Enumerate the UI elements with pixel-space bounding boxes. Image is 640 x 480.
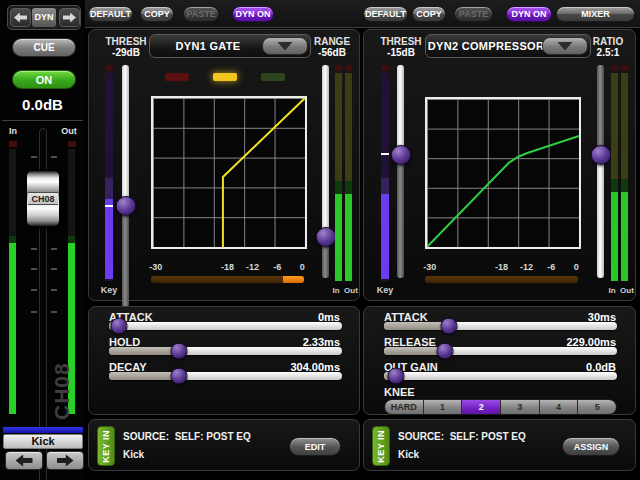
gate-keyin-panel: KEY IN SOURCE: SELF: POST EQ Kick EDIT <box>88 419 360 471</box>
comp-key-meter <box>381 73 389 281</box>
comp-params-panel: ATTACK 30ms RELEASE 229.00ms OUT GAIN 0.… <box>363 306 636 415</box>
comp-attack-slider-handle[interactable] <box>441 318 458 335</box>
dynamics-screen: DYN CUE ON 0.0dB In Out CH08 CH08 Kick D… <box>0 0 640 480</box>
knee-option-2[interactable]: 2 <box>462 400 501 414</box>
chevron-down-icon <box>557 42 573 51</box>
channel-id-watermark: CH08 <box>50 346 74 420</box>
fader-knob-label: CH08 <box>28 192 58 205</box>
comp-out-label: Out <box>617 286 637 295</box>
comp-keyin-assign-button[interactable]: ASSIGN <box>562 437 620 456</box>
gate-thresh-value: -29dB <box>96 47 156 58</box>
gate-keyin-edit-button[interactable]: EDIT <box>289 437 341 456</box>
left-arrow-icon <box>16 455 33 467</box>
comp-gr-scale: -30-18-12-60 <box>425 262 581 272</box>
gate-decay-slider[interactable] <box>109 372 342 380</box>
gate-thresh-fader-handle[interactable] <box>116 196 137 216</box>
comp-thresh-value: -15dB <box>371 47 431 58</box>
comp-thresh-fader-track-lower[interactable] <box>397 155 404 278</box>
comp-key-clip-led <box>381 65 389 71</box>
view-next-button[interactable] <box>59 8 80 27</box>
prev-channel-button[interactable] <box>5 451 43 470</box>
gate-hold-slider[interactable] <box>109 347 342 355</box>
gate-decay-slider-handle[interactable] <box>170 368 187 385</box>
gate-attack-slider-handle[interactable] <box>111 318 128 335</box>
comp-ratio-fader-track-upper[interactable] <box>597 65 604 155</box>
comp-release-slider-handle[interactable] <box>436 343 453 360</box>
view-prev-button[interactable] <box>10 8 31 27</box>
gate-transfer-graph <box>151 96 307 249</box>
gate-thresh-fader-track[interactable] <box>122 65 129 207</box>
fader-gain-readout: 0.0dB <box>0 96 85 113</box>
comp-type-label: DYN2 COMPRESSOR <box>426 35 546 57</box>
gate-out-label: Out <box>341 286 361 295</box>
cue-button[interactable]: CUE <box>12 38 76 57</box>
mixer-button[interactable]: MIXER <box>556 6 635 22</box>
in-meter-label: In <box>2 126 24 136</box>
comp-outgain-slider-handle[interactable] <box>387 368 404 385</box>
comp-dyn-on-button[interactable]: DYN ON <box>506 6 552 22</box>
gate-dyn-on-button[interactable]: DYN ON <box>232 6 274 22</box>
gate-keyin-tab: KEY IN <box>97 426 115 466</box>
comp-release-slider[interactable] <box>384 347 617 355</box>
gate-gr-scale: -30-18-12-60 <box>151 262 307 272</box>
comp-copy-button[interactable]: COPY <box>412 6 446 22</box>
comp-outgain-slider[interactable] <box>384 372 617 380</box>
gate-out-clip-led <box>345 65 352 71</box>
gate-out-meter <box>345 73 352 281</box>
next-channel-button[interactable] <box>46 451 84 470</box>
knee-option-hard[interactable]: HARD <box>385 400 424 414</box>
divider <box>2 120 83 121</box>
gate-thresh-label: THRESH <box>96 36 156 47</box>
gate-hold-slider-handle[interactable] <box>170 343 187 360</box>
gate-range-fader-track[interactable] <box>322 65 329 237</box>
knee-option-5[interactable]: 5 <box>578 400 616 414</box>
comp-ratio-fader-track[interactable] <box>597 155 604 278</box>
comp-curve <box>427 136 579 247</box>
gate-default-button[interactable]: DEFAULT <box>88 6 133 22</box>
in-level-meter <box>9 149 16 414</box>
comp-gr-meter <box>425 276 578 283</box>
comp-ratio-label: RATIO <box>578 36 638 47</box>
comp-default-button[interactable]: DEFAULT <box>363 6 408 22</box>
channel-fader-knob[interactable]: CH08 <box>26 170 60 227</box>
right-arrow-icon <box>57 455 74 467</box>
comp-out-clip-led <box>621 65 628 71</box>
knee-option-3[interactable]: 3 <box>501 400 540 414</box>
comp-key-label: Key <box>367 285 403 295</box>
channel-color-bar <box>3 427 83 433</box>
channel-sidebar: DYN CUE ON 0.0dB In Out CH08 CH08 Kick <box>0 0 85 480</box>
gate-params-panel: ATTACK 0ms HOLD 2.33ms DECAY 304.00ms <box>88 306 360 415</box>
comp-panel: THRESH -15dB DYN2 COMPRESSOR RATIO 2.5:1… <box>363 29 636 301</box>
comp-attack-slider[interactable] <box>384 322 617 330</box>
channel-on-button[interactable]: ON <box>12 70 76 89</box>
gate-range-fader-handle[interactable] <box>316 227 337 247</box>
out-meter-label: Out <box>56 126 82 136</box>
view-selector: DYN <box>7 5 81 30</box>
toolbar: DEFAULT COPY PASTE DYN ON DEFAULT COPY P… <box>85 0 640 28</box>
comp-thresh-fader-track[interactable] <box>397 65 404 155</box>
gate-in-clip-led <box>335 65 342 71</box>
comp-type-dropdown[interactable]: DYN2 COMPRESSOR <box>425 34 591 58</box>
gate-attack-slider[interactable] <box>109 322 342 330</box>
right-arrow-icon <box>63 13 76 23</box>
gate-gr-meter <box>151 276 304 283</box>
comp-thresh-fader-handle[interactable] <box>391 145 412 165</box>
comp-ratio-fader-handle[interactable] <box>591 145 612 165</box>
comp-in-clip-led <box>611 65 618 71</box>
comp-keyin-source: SOURCE: SELF: POST EQ <box>398 431 526 442</box>
gate-paste-button[interactable]: PASTE <box>183 6 219 22</box>
gate-type-dropdown[interactable]: DYN1 GATE <box>149 34 311 58</box>
comp-knee-label: KNEE <box>384 386 415 398</box>
gate-type-label: DYN1 GATE <box>150 35 266 57</box>
gate-closed-led <box>165 73 189 81</box>
channel-name-display: Kick <box>3 434 83 449</box>
left-arrow-icon <box>14 13 27 23</box>
comp-keyin-panel: KEY IN SOURCE: SELF: POST EQ Kick ASSIGN <box>363 419 636 471</box>
comp-paste-button[interactable]: PASTE <box>454 6 493 22</box>
gate-key-clip-led <box>105 65 113 71</box>
knee-option-1[interactable]: 1 <box>424 400 463 414</box>
knee-option-4[interactable]: 4 <box>540 400 579 414</box>
comp-knee-selector: HARD 1 2 3 4 5 <box>384 399 617 415</box>
gate-copy-button[interactable]: COPY <box>140 6 174 22</box>
gate-key-threshold-marker <box>105 205 113 207</box>
